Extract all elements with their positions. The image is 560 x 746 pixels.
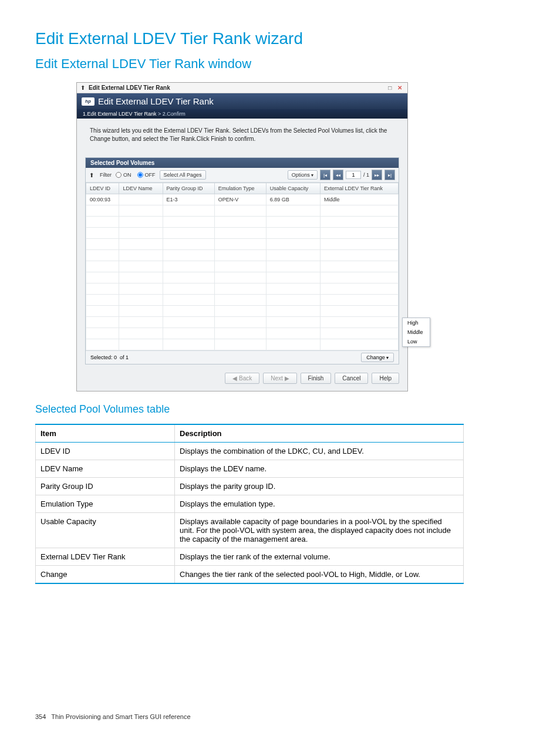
panel-toolbar: ⬆ Filter ON OFF Select All Pages Options…: [86, 168, 399, 183]
table-row: [86, 250, 399, 261]
table-row: [86, 295, 399, 306]
panel-title: Selected Pool Volumes: [86, 158, 399, 168]
hp-logo-icon: hp: [82, 97, 95, 106]
window-titlebar: ⬆ Edit External LDEV Tier Rank □ ✕: [77, 83, 407, 93]
col-parity-group[interactable]: Parity Group ID: [163, 183, 214, 194]
cancel-button[interactable]: Cancel: [335, 373, 368, 384]
table-row: [86, 205, 399, 217]
table-row: [86, 317, 399, 328]
change-menu-item-high[interactable]: High: [403, 318, 430, 328]
col-ldev-id[interactable]: LDEV ID: [86, 183, 119, 194]
selected-total: of 1: [120, 355, 129, 360]
col-emulation[interactable]: Emulation Type: [214, 183, 266, 194]
cell-pg-id: E1-3: [163, 194, 214, 205]
page-first-icon[interactable]: |◂: [320, 170, 330, 180]
page-title-h1: Edit External LDEV Tier Rank wizard: [35, 29, 525, 48]
table-row: [86, 328, 399, 339]
cell-ldev-id: 00:00:93: [86, 194, 119, 205]
table-row: [86, 261, 399, 272]
collapse-icon[interactable]: ⬆: [80, 85, 85, 91]
filter-off-radio[interactable]: OFF: [137, 172, 156, 178]
change-menu: High Middle Low: [402, 318, 430, 347]
panel-footer: Selected: 0 of 1 Change: [86, 350, 399, 364]
filter-on-radio[interactable]: ON: [116, 172, 131, 178]
filter-label: Filter: [100, 172, 112, 178]
section-name: Thin Provisioning and Smart Tiers GUI re…: [51, 713, 190, 720]
step-active: 1.Edit External LDEV Tier Rank: [83, 111, 157, 117]
table-row: [86, 339, 399, 350]
col-tier-rank[interactable]: External LDEV Tier Rank: [321, 183, 399, 194]
wizard-description: This wizard lets you edit the External L…: [77, 119, 407, 151]
wizard-window: ⬆ Edit External LDEV Tier Rank □ ✕ hp Ed…: [76, 82, 408, 391]
description-table: Item Description LDEV IDDisplays the com…: [35, 424, 464, 584]
wizard-header-title: Edit External LDEV Tier Rank: [98, 96, 214, 106]
close-icon[interactable]: ✕: [396, 85, 404, 91]
desc-table-heading: Selected Pool Volumes table: [35, 403, 525, 416]
table-row: [86, 217, 399, 228]
table-row: LDEV NameDisplays the LDEV name.: [36, 460, 464, 478]
table-row[interactable]: 00:00:93 E1-3 OPEN-V 6.89 GB Middle: [86, 194, 399, 205]
table-row: External LDEV Tier RankDisplays the tier…: [36, 548, 464, 566]
table-row: [86, 283, 399, 295]
page-number: 354: [35, 713, 46, 720]
table-row: LDEV IDDisplays the combination of the L…: [36, 443, 464, 460]
table-row: [86, 306, 399, 317]
wizard-footer: ◀ Back Next ▶ Finish Cancel Help: [77, 367, 407, 391]
page-number-input[interactable]: [346, 171, 361, 179]
cell-emulation: OPEN-V: [214, 194, 266, 205]
desc-col-item: Item: [36, 424, 175, 443]
wizard-header: hp Edit External LDEV Tier Rank: [77, 93, 407, 109]
table-row: ChangeChanges the tier rank of the selec…: [36, 566, 464, 584]
change-menu-item-low[interactable]: Low: [403, 337, 430, 346]
cell-tier-rank: Middle: [321, 194, 399, 205]
step-separator: >: [158, 111, 161, 117]
selected-volumes-panel: Selected Pool Volumes ⬆ Filter ON OFF Se…: [85, 157, 399, 364]
select-all-pages-button[interactable]: Select All Pages: [160, 170, 206, 180]
page-next-icon[interactable]: ▸▸: [372, 170, 382, 180]
table-row: Parity Group IDDisplays the parity group…: [36, 478, 464, 495]
change-button[interactable]: Change: [361, 353, 394, 362]
wizard-steps: 1.Edit External LDEV Tier Rank > 2.Confi…: [77, 109, 407, 119]
col-usable-cap[interactable]: Usable Capacity: [266, 183, 320, 194]
change-menu-item-middle[interactable]: Middle: [403, 328, 430, 337]
window-title: Edit External LDEV Tier Rank: [89, 85, 386, 91]
table-row: Emulation TypeDisplays the emulation typ…: [36, 495, 464, 513]
selected-count: Selected: 0: [90, 355, 117, 360]
next-button[interactable]: Next ▶: [263, 373, 296, 384]
table-row: [86, 239, 399, 250]
col-ldev-name[interactable]: LDEV Name: [119, 183, 163, 194]
maximize-icon[interactable]: □: [386, 85, 394, 91]
help-button[interactable]: Help: [372, 373, 399, 384]
table-row: Usable CapacityDisplays available capaci…: [36, 513, 464, 548]
options-button[interactable]: Options: [288, 170, 318, 180]
step-next: 2.Confirm: [163, 111, 185, 117]
table-row: [86, 228, 399, 239]
filter-collapse-icon[interactable]: ⬆: [89, 172, 94, 178]
cell-capacity: 6.89 GB: [266, 194, 320, 205]
page-total: / 1: [363, 172, 369, 178]
cell-ldev-name: [119, 194, 163, 205]
page-last-icon[interactable]: ▸|: [384, 170, 395, 180]
table-row: [86, 272, 399, 283]
page-prev-icon[interactable]: ◂◂: [333, 170, 343, 180]
page-title-h2: Edit External LDEV Tier Rank window: [35, 56, 525, 72]
volumes-table: LDEV ID LDEV Name Parity Group ID Emulat…: [86, 183, 399, 350]
desc-col-description: Description: [175, 424, 464, 443]
back-button[interactable]: ◀ Back: [225, 373, 259, 384]
page-footer: 354 Thin Provisioning and Smart Tiers GU…: [35, 713, 525, 720]
finish-button[interactable]: Finish: [301, 373, 332, 384]
